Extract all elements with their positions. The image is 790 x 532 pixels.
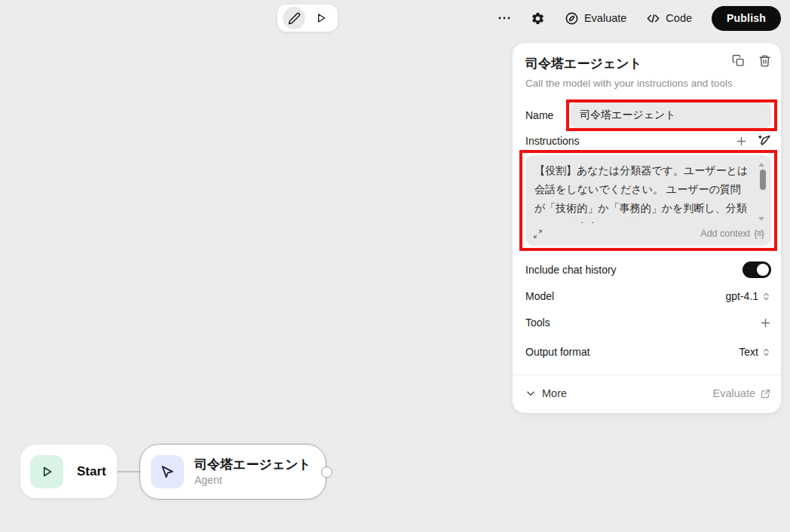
code-label: Code [666,12,692,24]
cursor-arrow-icon [151,455,184,488]
chevron-up-down-icon [761,347,771,357]
model-row: Model gpt-4.1 [525,288,771,304]
run-preview-button[interactable] [310,7,332,29]
include-chat-history-label: Include chat history [525,264,617,276]
output-format-row: Output format Text [525,344,771,360]
more-label: More [542,387,567,399]
evaluate-label: Evaluate [584,12,626,24]
panel-subtitle: Call the model with your instructions an… [525,78,771,89]
canvas-mode-toolbar [277,5,338,32]
chevron-up-down-icon [761,292,771,301]
instructions-row: Instructions [525,134,771,148]
expand-diagonal-icon[interactable] [533,229,543,239]
braces-list-icon: {≡} [754,228,764,239]
workflow-canvas[interactable]: Evaluate Code Publish 司令塔エージェント Call the… [0,0,790,532]
agent-node-subtitle: Agent [194,473,311,487]
evaluate-link-label: Evaluate [713,387,755,399]
model-select[interactable]: gpt-4.1 [725,290,771,302]
start-node[interactable]: Start [20,445,117,498]
panel-header-actions [525,54,771,67]
evaluate-button[interactable]: Evaluate [565,11,626,26]
agent-config-panel: 司令塔エージェント Call the model with your instr… [513,43,781,413]
agent-node-title: 司令塔エージェント [194,457,311,473]
add-context-button[interactable]: Add context {≡} [700,228,764,239]
agent-node-output-port[interactable] [321,466,332,478]
publish-button[interactable]: Publish [712,6,781,31]
gear-icon [531,11,545,26]
tools-row: Tools [525,314,771,331]
name-row: Name [525,102,771,128]
code-brackets-icon [646,11,660,26]
scrollbar-thumb[interactable] [760,170,766,190]
output-format-select[interactable]: Text [739,346,771,358]
more-row: More Evaluate [525,385,771,402]
magic-pencil-icon[interactable] [758,134,771,148]
start-node-label: Start [77,464,106,479]
toggle-knob [757,264,769,276]
more-expander[interactable]: More [525,387,567,399]
model-label: Model [525,290,554,302]
top-toolbar: Evaluate Code Publish [498,0,781,36]
duplicate-icon[interactable] [732,54,745,67]
compass-circle-icon [565,11,579,26]
ellipsis-icon [498,11,511,25]
name-input[interactable] [571,102,771,128]
instructions-textarea[interactable]: 【役割】あなたは分類器です。ユーザーとは会話をしないでください。 ユーザーの質問… [525,155,771,246]
output-format-value: Text [739,346,758,358]
more-options-button[interactable] [498,11,511,25]
node-connector-edge [118,471,140,472]
external-link-icon [760,388,771,399]
code-button[interactable]: Code [646,11,692,26]
edit-mode-button[interactable] [283,7,305,29]
add-tool-button[interactable] [760,317,771,329]
chevron-down-icon [525,388,536,399]
include-chat-history-row: Include chat history [525,261,771,278]
name-label: Name [525,109,571,121]
evaluate-link[interactable]: Evaluate [713,387,771,399]
instructions-text: 【役割】あなたは分類器です。ユーザーとは会話をしないでください。 ユーザーの質問… [534,161,752,223]
tools-label: Tools [525,316,550,329]
model-value: gpt-4.1 [725,290,758,302]
scroll-down-arrow-icon[interactable] [758,217,764,221]
agent-node[interactable]: 司令塔エージェント Agent [139,444,326,500]
pencil-icon [288,12,301,25]
panel-divider [513,375,781,375]
trash-icon[interactable] [758,54,771,67]
scroll-up-arrow-icon[interactable] [758,163,764,167]
play-icon [315,12,327,24]
instructions-footer: Add context {≡} [533,226,764,241]
settings-button[interactable] [531,11,545,26]
instructions-label: Instructions [525,135,580,147]
add-instruction-icon[interactable] [736,136,747,147]
add-context-label: Add context [700,228,750,239]
include-chat-history-toggle[interactable] [743,261,771,278]
output-format-label: Output format [525,346,590,358]
play-outline-icon [30,455,63,488]
